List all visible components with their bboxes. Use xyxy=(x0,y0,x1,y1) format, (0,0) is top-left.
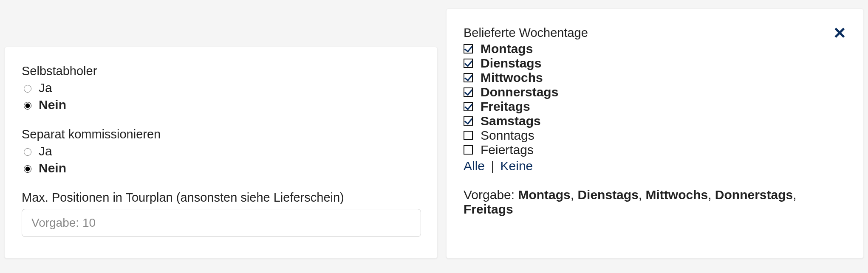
select-links: Alle | Keine xyxy=(464,159,846,173)
day-row[interactable]: Montags xyxy=(464,42,846,55)
day-row[interactable]: Freitags xyxy=(464,100,846,113)
separat-no-radio[interactable] xyxy=(24,165,31,173)
day-checkbox[interactable] xyxy=(464,102,473,111)
separat-yes-row[interactable]: Ja xyxy=(22,144,420,158)
defaults-line: Vorgabe: Montags, Dienstags, Mittwochs, … xyxy=(464,188,846,217)
day-row[interactable]: Feiertags xyxy=(464,144,846,156)
day-checkbox[interactable] xyxy=(464,73,473,82)
day-row[interactable]: Sonntags xyxy=(464,129,846,142)
selbstabholer-no-radio[interactable] xyxy=(24,102,31,110)
separat-no-row[interactable]: Nein xyxy=(22,161,420,175)
separat-no-label: Nein xyxy=(39,161,66,175)
link-separator: | xyxy=(491,159,494,173)
day-row[interactable]: Samstags xyxy=(464,115,846,127)
maxpos-label: Max. Positionen in Tourplan (ansonsten s… xyxy=(22,191,420,205)
day-label: Samstags xyxy=(481,115,541,127)
day-row[interactable]: Donnerstags xyxy=(464,86,846,99)
day-checkbox[interactable] xyxy=(464,87,473,97)
selbstabholer-yes-label: Ja xyxy=(39,81,52,95)
day-checkbox[interactable] xyxy=(464,59,473,68)
separat-yes-label: Ja xyxy=(39,144,52,158)
day-label: Feiertags xyxy=(481,144,534,156)
day-checkbox[interactable] xyxy=(464,131,473,140)
selbstabholer-label: Selbstabholer xyxy=(22,64,420,78)
close-icon[interactable] xyxy=(834,27,846,39)
selbstabholer-no-row[interactable]: Nein xyxy=(22,98,420,112)
days-list: MontagsDienstagsMittwochsDonnerstagsFrei… xyxy=(464,42,846,156)
select-none-link[interactable]: Keine xyxy=(500,159,533,173)
day-label: Freitags xyxy=(481,100,530,113)
day-label: Montags xyxy=(481,42,533,55)
day-row[interactable]: Mittwochs xyxy=(464,71,846,84)
separat-label: Separat kommissionieren xyxy=(22,127,420,141)
selbstabholer-yes-row[interactable]: Ja xyxy=(22,81,420,95)
day-checkbox[interactable] xyxy=(464,116,473,126)
selbstabholer-yes-radio[interactable] xyxy=(24,85,31,93)
day-checkbox[interactable] xyxy=(464,145,473,155)
day-label: Donnerstags xyxy=(481,86,558,99)
day-label: Sonntags xyxy=(481,129,534,142)
delivery-days-title: Belieferte Wochentage xyxy=(464,26,846,40)
selbstabholer-no-label: Nein xyxy=(39,98,66,112)
maxpos-input[interactable] xyxy=(22,209,421,237)
day-checkbox[interactable] xyxy=(464,44,473,53)
separat-yes-radio[interactable] xyxy=(24,148,31,156)
delivery-days-card: Belieferte Wochentage MontagsDienstagsMi… xyxy=(446,8,864,259)
day-label: Mittwochs xyxy=(481,71,543,84)
settings-card-tour: Selbstabholer Ja Nein Separat kommission… xyxy=(4,47,438,259)
day-row[interactable]: Dienstags xyxy=(464,57,846,70)
day-label: Dienstags xyxy=(481,57,541,70)
select-all-link[interactable]: Alle xyxy=(464,159,485,173)
